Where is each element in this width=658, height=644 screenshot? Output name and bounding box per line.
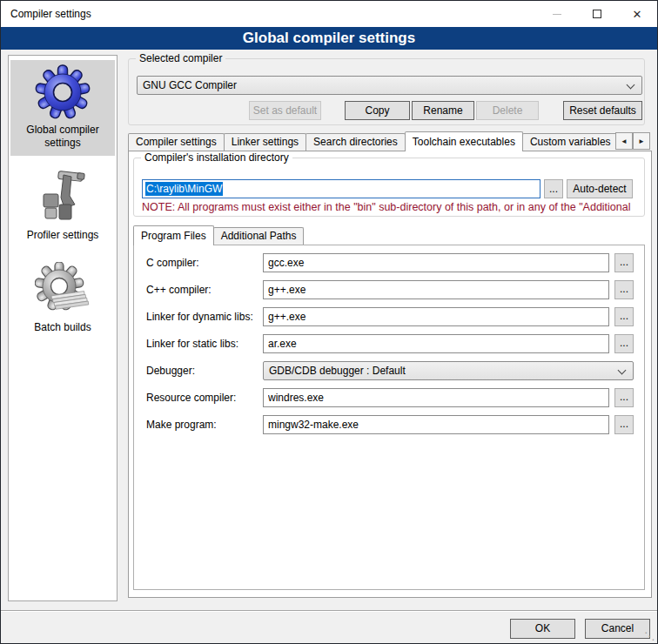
- settings-tabstrip: Compiler settingsLinker settingsSearch d…: [128, 131, 615, 151]
- sidebar-item-label: Profiler settings: [12, 229, 113, 242]
- field-row-debugger: Debugger: GDB/CDB debugger : Default: [134, 361, 644, 380]
- resize-grip[interactable]: ⋱: [644, 630, 655, 642]
- selected-compiler-group-label: Selected compiler: [136, 52, 225, 64]
- install-dir-group-label: Compiler's installation directory: [141, 151, 292, 164]
- tab-scroll-right-button[interactable]: ►: [633, 132, 650, 150]
- footer-divider: [1, 610, 657, 612]
- reset-defaults-button[interactable]: Reset defaults: [563, 101, 642, 120]
- window-title: Compiler settings: [10, 1, 91, 27]
- set-as-default-button: Set as default: [249, 101, 321, 120]
- tab-compiler-settings[interactable]: Compiler settings: [128, 133, 225, 151]
- compiler-select-value: GNU GCC Compiler: [143, 79, 237, 91]
- field-label: Resource compiler:: [146, 392, 236, 404]
- cpp-compiler-browse-button[interactable]: ...: [614, 280, 634, 299]
- install-dir-browse-button[interactable]: ...: [544, 179, 563, 198]
- subtab-program-files[interactable]: Program Files: [133, 225, 214, 245]
- ok-button[interactable]: OK: [510, 619, 575, 639]
- debugger-select-value: GDB/CDB debugger : Default: [269, 365, 406, 377]
- field-label: C++ compiler:: [146, 284, 212, 296]
- static-linker-browse-button[interactable]: ...: [614, 334, 634, 353]
- make-program-input[interactable]: [263, 415, 609, 434]
- subtab-additional-paths[interactable]: Additional Paths: [213, 227, 305, 245]
- gear-stack-icon: [35, 262, 91, 318]
- field-row-cpp-compiler: C++ compiler: ...: [134, 280, 644, 299]
- compiler-select[interactable]: GNU GCC Compiler: [137, 76, 642, 95]
- field-label: C compiler:: [146, 257, 199, 269]
- install-dir-selected-text: C:\raylib\MinGW: [145, 182, 223, 196]
- caption-buttons: ✕: [537, 1, 657, 27]
- field-label: Make program:: [146, 419, 217, 431]
- files-subtabstrip: Program FilesAdditional Paths: [133, 225, 303, 245]
- title-bar[interactable]: Compiler settings ✕: [1, 1, 657, 27]
- settings-sidebar: Global compiler settings Profiler settin…: [8, 55, 118, 601]
- sidebar-item-profiler-settings[interactable]: Profiler settings: [10, 165, 115, 248]
- dynamic-linker-browse-button[interactable]: ...: [614, 307, 634, 326]
- tab-linker-settings[interactable]: Linker settings: [224, 133, 306, 151]
- install-dir-input[interactable]: C:\raylib\MinGW: [142, 179, 540, 198]
- sidebar-item-global-compiler-settings[interactable]: Global compiler settings: [10, 60, 115, 156]
- sidebar-item-label: Global compiler settings: [12, 124, 113, 150]
- static-linker-input[interactable]: [263, 334, 609, 353]
- close-button[interactable]: ✕: [617, 1, 657, 27]
- maximize-icon: [593, 10, 601, 18]
- c-compiler-browse-button[interactable]: ...: [614, 253, 634, 272]
- tab-custom-variables[interactable]: Custom variables: [522, 133, 615, 151]
- field-row-static-linker: Linker for static libs: ...: [134, 334, 644, 353]
- caliper-icon: [35, 170, 91, 225]
- make-program-browse-button[interactable]: ...: [614, 415, 634, 434]
- field-label: Linker for dynamic libs:: [146, 311, 253, 323]
- cancel-button[interactable]: Cancel: [585, 619, 650, 639]
- tab-search-directories[interactable]: Search directories: [306, 133, 406, 151]
- program-files-panel: C compiler: ... C++ compiler: ... Linker…: [133, 245, 645, 590]
- field-row-resource-compiler: Resource compiler: ...: [134, 388, 644, 407]
- field-row-dynamic-linker: Linker for dynamic libs: ...: [134, 307, 644, 326]
- field-label: Debugger:: [146, 365, 195, 377]
- tab-scroll-left-button[interactable]: ◄: [615, 132, 633, 150]
- chevron-down-icon: [618, 366, 627, 375]
- tab-scroll-buttons: ◄ ►: [615, 132, 650, 150]
- sidebar-item-label: Batch builds: [12, 321, 113, 334]
- dynamic-linker-input[interactable]: [263, 307, 609, 326]
- rename-button[interactable]: Rename: [412, 101, 474, 120]
- field-row-c-compiler: C compiler: ...: [134, 253, 644, 272]
- maximize-button[interactable]: [577, 1, 617, 27]
- debugger-select[interactable]: GDB/CDB debugger : Default: [263, 361, 634, 380]
- page-title: Global compiler settings: [1, 27, 657, 50]
- minimize-icon: [553, 14, 561, 15]
- autodetect-button[interactable]: Auto-detect: [567, 179, 633, 198]
- resource-compiler-input[interactable]: [263, 388, 609, 407]
- compiler-settings-window: Compiler settings ✕ Global compiler sett…: [0, 0, 658, 644]
- sidebar-item-batch-builds[interactable]: Batch builds: [10, 258, 115, 340]
- resource-compiler-browse-button[interactable]: ...: [614, 388, 634, 407]
- copy-button[interactable]: Copy: [345, 101, 410, 120]
- gear-blue-icon: [35, 64, 91, 120]
- cpp-compiler-input[interactable]: [263, 280, 609, 299]
- field-label: Linker for static libs:: [146, 338, 238, 350]
- tab-toolchain-executables[interactable]: Toolchain executables: [405, 131, 523, 151]
- field-row-make-program: Make program: ...: [134, 415, 644, 434]
- install-dir-note: NOTE: All programs must exist either in …: [142, 201, 640, 214]
- minimize-button: [537, 1, 577, 27]
- close-icon: ✕: [633, 9, 642, 20]
- c-compiler-input[interactable]: [263, 253, 609, 272]
- delete-button: Delete: [476, 101, 539, 120]
- chevron-down-icon: [627, 81, 635, 90]
